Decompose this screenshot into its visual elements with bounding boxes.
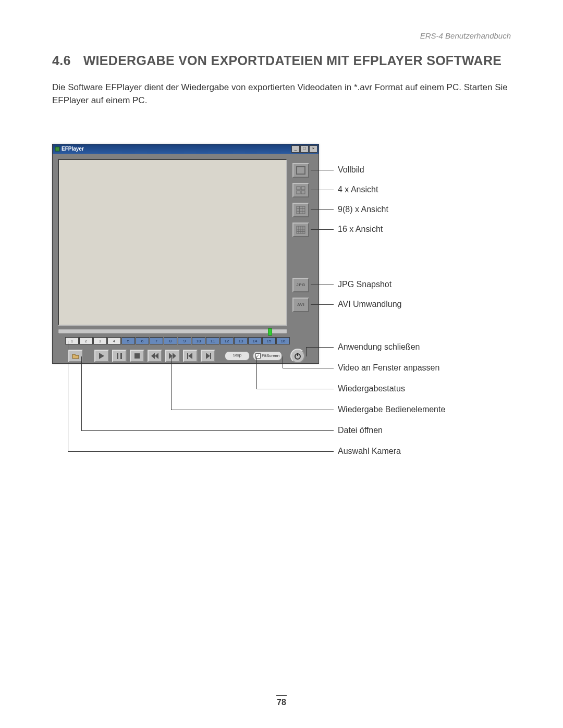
camera-tab-9[interactable]: 9 <box>178 337 191 344</box>
svg-rect-2 <box>117 353 118 359</box>
svg-rect-4 <box>134 353 140 359</box>
app-icon <box>55 146 60 152</box>
camera-tab-1[interactable]: 1 <box>65 337 79 344</box>
camera-tab-15[interactable]: 15 <box>262 337 276 344</box>
doc-header: ERS-4 Benutzerhandbuch <box>52 31 511 40</box>
label-close: Anwendung schließen <box>338 342 420 352</box>
control-bar: Stop ✓ FitScreen <box>68 349 305 363</box>
efplayer-window: EFPlayer _ □ × 1 2 3 4 5 6 7 <box>52 144 319 364</box>
body-paragraph: Die Software EFPlayer dient der Wiederga… <box>52 81 511 107</box>
svg-rect-12 <box>210 353 211 359</box>
video-area <box>58 159 287 326</box>
playback-status: Stop <box>225 351 250 361</box>
svg-marker-6 <box>151 353 155 359</box>
camera-tab-3[interactable]: 3 <box>93 337 107 344</box>
client-area: 1 2 3 4 5 6 7 8 9 10 11 12 13 14 15 16 <box>53 154 319 363</box>
svg-rect-0 <box>55 147 59 151</box>
svg-rect-3 <box>120 353 122 359</box>
svg-rect-20 <box>297 206 305 214</box>
page-number-value: 78 <box>277 698 286 707</box>
close-window-button[interactable]: × <box>309 145 317 153</box>
four-view-button[interactable] <box>292 183 309 198</box>
label-jpg: JPG Snapshot <box>338 280 391 289</box>
power-icon <box>294 352 301 360</box>
svg-marker-8 <box>173 353 176 359</box>
maximize-button[interactable]: □ <box>300 145 309 153</box>
camera-tab-12[interactable]: 12 <box>220 337 234 344</box>
svg-marker-9 <box>188 353 192 359</box>
svg-rect-17 <box>301 187 305 190</box>
label-playback: Wiedergabe Bedienelemente <box>338 405 445 414</box>
camera-tab-5[interactable]: 5 <box>121 337 135 344</box>
label-avi: AVI Umwandlung <box>338 300 401 309</box>
svg-rect-16 <box>297 187 300 190</box>
label-fit: Video an Fenster anpassen <box>338 363 439 373</box>
svg-rect-18 <box>297 191 300 194</box>
svg-marker-5 <box>155 353 158 359</box>
step-back-button[interactable] <box>183 350 198 362</box>
camera-tab-2[interactable]: 2 <box>79 337 93 344</box>
nine-view-button[interactable] <box>292 203 309 217</box>
grid-3x3-icon <box>296 206 305 214</box>
svg-marker-7 <box>169 353 173 359</box>
fullscreen-view-button[interactable] <box>292 163 309 178</box>
fast-forward-icon <box>169 353 176 359</box>
label-9view: 9(8) x Ansicht <box>338 205 388 214</box>
label-status: Wiedergabestatus <box>338 384 405 393</box>
label-open: Datei öffnen <box>338 426 383 435</box>
camera-tab-11[interactable]: 11 <box>206 337 219 344</box>
camera-tab-14[interactable]: 14 <box>248 337 262 344</box>
close-app-button[interactable] <box>290 349 305 363</box>
play-button[interactable] <box>94 350 109 362</box>
camera-tab-13[interactable]: 13 <box>234 337 248 344</box>
fit-screen-checkbox[interactable]: ✓ <box>255 353 261 359</box>
step-forward-icon <box>205 353 211 359</box>
svg-marker-1 <box>99 353 104 359</box>
label-fullscreen: Vollbild <box>338 165 364 175</box>
avi-convert-button[interactable]: AVI <box>292 298 309 312</box>
annotated-screenshot: EFPlayer _ □ × 1 2 3 4 5 6 7 <box>52 144 511 509</box>
fullscreen-icon <box>296 166 305 175</box>
section-number: 4.6 <box>52 53 71 68</box>
fit-screen-label: FitScreen <box>262 353 279 358</box>
camera-tab-10[interactable]: 10 <box>192 337 205 344</box>
svg-rect-15 <box>297 167 305 174</box>
jpg-snapshot-button[interactable]: JPG <box>292 278 309 292</box>
camera-tab-7[interactable]: 7 <box>150 337 163 344</box>
title-bar: EFPlayer _ □ × <box>53 144 319 154</box>
svg-rect-19 <box>301 191 305 194</box>
pause-button[interactable] <box>112 350 127 362</box>
grid-4x4-icon <box>296 226 305 234</box>
label-16view: 16 x Ansicht <box>338 225 383 234</box>
fast-forward-button[interactable] <box>165 350 180 362</box>
label-4view: 4 x Ansicht <box>338 185 378 194</box>
svg-marker-11 <box>206 353 210 359</box>
label-camera: Auswahl Kamera <box>338 447 401 456</box>
camera-tab-8[interactable]: 8 <box>164 337 177 344</box>
window-title: EFPlayer <box>62 146 291 152</box>
stop-button[interactable] <box>130 350 144 362</box>
rewind-button[interactable] <box>148 350 162 362</box>
camera-tab-16[interactable]: 16 <box>276 337 290 344</box>
open-file-button[interactable] <box>68 350 83 362</box>
step-back-icon <box>187 353 193 359</box>
section-title: 4.6WIEDERGABE VON EXPORTDATEIEN MIT EFPL… <box>52 53 511 69</box>
fit-screen-toggle[interactable]: ✓ FitScreen <box>253 351 282 361</box>
step-forward-button[interactable] <box>201 350 215 362</box>
grid-2x2-icon <box>296 186 305 194</box>
play-icon <box>99 353 104 359</box>
svg-rect-10 <box>187 353 188 359</box>
page-number: 78 <box>0 695 563 707</box>
sixteen-view-button[interactable] <box>292 223 309 237</box>
rewind-icon <box>151 353 158 359</box>
seek-bar[interactable] <box>58 329 287 334</box>
section-heading: WIEDERGABE VON EXPORTDATEIEN MIT EFPLAYE… <box>83 53 502 68</box>
stop-icon <box>134 353 140 359</box>
seek-thumb[interactable] <box>268 328 272 336</box>
camera-tab-6[interactable]: 6 <box>136 337 149 344</box>
folder-open-icon <box>72 353 79 359</box>
camera-tab-4[interactable]: 4 <box>107 337 121 344</box>
pause-icon <box>117 353 122 359</box>
camera-row: 1 2 3 4 5 6 7 8 9 10 11 12 13 14 15 16 <box>65 337 290 344</box>
minimize-button[interactable]: _ <box>291 145 300 153</box>
